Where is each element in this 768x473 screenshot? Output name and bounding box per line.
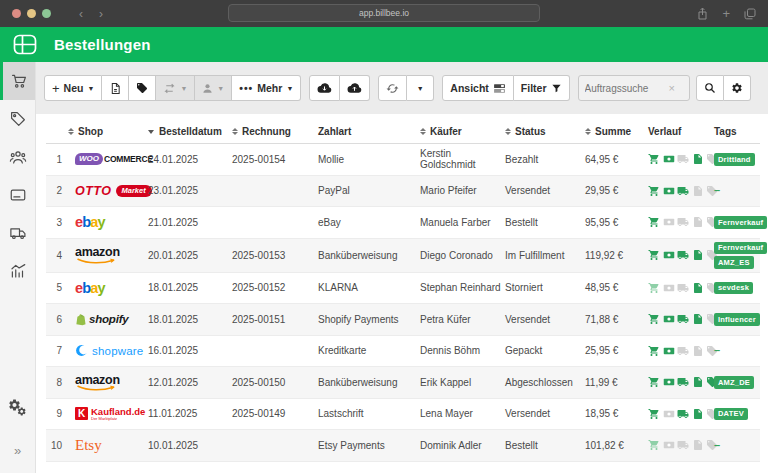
column-header-status[interactable]: Status xyxy=(505,126,585,137)
order-row-8[interactable]: 8amazon12.01.20252025-00150Banküberweisu… xyxy=(46,367,760,399)
column-label: Zahlart xyxy=(318,126,351,137)
tag-badge[interactable]: Drittland xyxy=(714,153,755,166)
order-row-9[interactable]: 9KKaufland.deDer Marktplatz11.01.2025202… xyxy=(46,399,760,431)
cell-tags: FernverkaufAMZ_ES xyxy=(714,239,767,272)
refresh-options-button[interactable]: ▼ xyxy=(407,75,434,101)
clear-search-icon[interactable]: × xyxy=(669,82,675,94)
sidebar-item-payments[interactable] xyxy=(0,176,35,214)
new-order-button[interactable]: + Neu▼ xyxy=(44,75,102,101)
column-header-bestelldatum[interactable]: Bestelldatum xyxy=(148,126,232,137)
verlauf-truck-icon xyxy=(677,408,689,420)
cloud-download-button[interactable] xyxy=(309,75,340,101)
sidebar-item-customers[interactable] xyxy=(0,138,35,176)
cell-verlauf xyxy=(648,313,714,325)
close-window-icon[interactable] xyxy=(12,9,21,18)
cell-kaeufer: Lena Mayer xyxy=(420,408,505,419)
order-row-4[interactable]: 4amazon20.01.20252025-00153Banküberweisu… xyxy=(46,239,760,273)
shop-logo-woocommerce: WOOCOMMERCE xyxy=(75,153,153,165)
cell-zahlart: PayPal xyxy=(318,185,420,196)
cell-shop: WOOCOMMERCE xyxy=(62,153,148,165)
cell-status: Versendet xyxy=(505,314,585,325)
cell-kaeufer: Kerstin Goldschmidt xyxy=(420,148,505,170)
verlauf-truck-icon xyxy=(677,249,689,261)
zoom-window-icon[interactable] xyxy=(42,9,51,18)
filter-button[interactable]: Filter xyxy=(514,75,570,101)
verlauf-money-icon xyxy=(663,408,675,420)
column-header-shop[interactable]: Shop xyxy=(62,126,148,137)
sidebar-item-products[interactable] xyxy=(0,100,35,138)
cell-tags: Drittland xyxy=(714,150,760,169)
order-row-2[interactable]: 2OTTOMarket23.01.2025PayPalMario Pfeifer… xyxy=(46,176,760,208)
order-row-10[interactable]: 10Etsy10.01.2025Etsy PaymentsDominik Adl… xyxy=(46,430,760,462)
order-search-box[interactable]: × xyxy=(578,75,690,101)
cell-bestelldatum: 18.01.2025 xyxy=(148,282,232,293)
view-button[interactable]: Ansicht xyxy=(442,75,514,101)
verlauf-cart-icon xyxy=(648,376,660,388)
table-settings-button[interactable] xyxy=(724,75,751,101)
cell-summe: 29,95 € xyxy=(585,185,648,196)
column-label: Summe xyxy=(595,126,631,137)
shop-logo-ebay: ebay xyxy=(75,214,105,230)
sidebar-item-reports[interactable] xyxy=(0,252,35,290)
cell-bestelldatum: 24.01.2025 xyxy=(148,154,232,165)
tag-badge[interactable]: sevdesk xyxy=(714,282,753,295)
column-header-summe[interactable]: Summe xyxy=(585,126,648,137)
order-row-3[interactable]: 3ebay21.01.2025eBayManuela FarberBestell… xyxy=(46,207,760,239)
pdf-document-button[interactable] xyxy=(102,75,129,101)
address-bar[interactable]: app.billbee.io xyxy=(228,4,540,22)
order-row-1[interactable]: 1WOOCOMMERCE24.01.20252025-00154MollieKe… xyxy=(46,144,760,176)
cell-tags: DATEV xyxy=(714,405,760,424)
cell-row-number: 10 xyxy=(46,440,62,451)
column-header-käufer[interactable]: Käufer xyxy=(420,126,505,137)
sidebar-item-settings[interactable] xyxy=(0,389,35,427)
tag-badge[interactable]: DATEV xyxy=(714,408,748,421)
cell-zahlart: Banküberweisung xyxy=(318,377,420,388)
cell-status: Bezahlt xyxy=(505,154,585,165)
browser-forward-icon[interactable]: › xyxy=(99,7,103,21)
billbee-logo-icon[interactable] xyxy=(13,34,37,55)
cell-summe: 64,95 € xyxy=(585,154,648,165)
sidebar-item-orders[interactable] xyxy=(0,62,35,100)
tag-badge[interactable]: Influencer xyxy=(714,313,760,326)
order-row-7[interactable]: 7shopware16.01.2025KreditkarteDennis Böh… xyxy=(46,336,760,368)
new-tab-icon[interactable]: + xyxy=(722,7,730,20)
search-button[interactable] xyxy=(696,75,724,101)
cell-rechnung: 2025-00151 xyxy=(232,314,318,325)
sidebar-item-expand[interactable]: » xyxy=(0,431,35,469)
cell-zahlart: Kreditkarte xyxy=(318,345,420,356)
share-icon[interactable] xyxy=(697,7,708,20)
cell-shop: OTTOMarket xyxy=(62,184,148,198)
sort-desc-icon xyxy=(148,130,154,134)
tabs-overview-icon[interactable] xyxy=(744,8,756,20)
column-header-rechnung[interactable]: Rechnung xyxy=(232,126,318,137)
more-menu-button[interactable]: ••• Mehr▼ xyxy=(232,75,301,101)
cell-tags: – xyxy=(714,342,760,359)
verlauf-cart-icon xyxy=(648,282,660,294)
plus-icon: + xyxy=(52,81,60,96)
minimize-window-icon[interactable] xyxy=(27,9,36,18)
order-row-6[interactable]: 6shopify18.01.20252025-00151Shopify Paym… xyxy=(46,304,760,336)
sidebar-item-shipping[interactable] xyxy=(0,214,35,252)
cell-zahlart: Banküberweisung xyxy=(318,250,420,261)
verlauf-truck-icon xyxy=(677,185,689,197)
tag-button[interactable] xyxy=(129,75,156,101)
order-search-input[interactable] xyxy=(585,83,669,94)
tag-badge[interactable]: Fernverkauf xyxy=(714,216,767,229)
cell-zahlart: Mollie xyxy=(318,154,420,165)
cell-tags: AMZ_DE xyxy=(714,373,760,392)
cell-row-number: 9 xyxy=(46,408,62,419)
verlauf-file-icon xyxy=(692,185,704,197)
tag-badge[interactable]: AMZ_DE xyxy=(714,376,754,389)
cell-zahlart: eBay xyxy=(318,217,420,228)
order-row-5[interactable]: 5ebay18.01.20252025-00152KLARNAStephan R… xyxy=(46,273,760,305)
tag-badge[interactable]: Fernverkauf xyxy=(714,242,767,255)
verlauf-file-icon xyxy=(692,249,704,261)
cloud-upload-button[interactable] xyxy=(340,75,370,101)
tag-badge[interactable]: AMZ_ES xyxy=(714,256,754,269)
refresh-button[interactable] xyxy=(378,75,407,101)
traffic-lights xyxy=(12,9,51,18)
column-header-tags: Tags xyxy=(714,126,760,137)
browser-back-icon[interactable]: ‹ xyxy=(79,7,83,21)
cell-rechnung: 2025-00149 xyxy=(232,408,318,419)
cell-status: Versendet xyxy=(505,185,585,196)
